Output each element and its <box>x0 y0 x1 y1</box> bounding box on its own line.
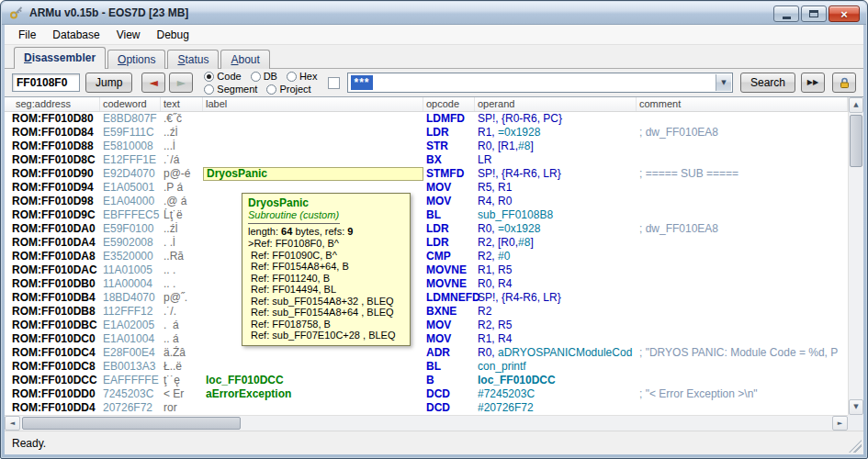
disasm-row[interactable]: ROM:FF010D88E5810008...ĺSTRR0, [R1,#8] <box>5 140 848 153</box>
address-input[interactable]: FF0108F0 <box>12 73 80 92</box>
minimize-button[interactable] <box>773 6 799 22</box>
disasm-row[interactable]: ROM:FF010DD420726F72ror DCD#20726F72 <box>5 401 848 415</box>
scroll-left-button[interactable]: ◄ <box>5 416 20 431</box>
operand-part: R5, R1 <box>478 181 512 194</box>
radio-hex[interactable]: Hex <box>287 71 318 82</box>
codeword-cell: 7245203C <box>100 387 161 401</box>
disasm-row[interactable]: ROM:FF010D8CE12FFF1E.˙/áBXLR <box>5 153 848 167</box>
tab-options[interactable]: Options <box>107 50 165 69</box>
column-header-codeword[interactable]: codeword <box>100 97 161 111</box>
disasm-row[interactable]: ROM:FF010DBCE1A02005. áMOVR2, R5 <box>5 319 848 332</box>
menu-item-file[interactable]: File <box>10 27 44 43</box>
disasm-row[interactable]: ROM:FF010DCCEAFFFFFEţ˙˙ęloc_FF010DCCBloc… <box>5 374 848 387</box>
disasm-row[interactable]: ROM:FF010D9CEBFFFEC5Ĺţ˙ëBLsub_FF0108B8 <box>5 208 848 222</box>
radio-code[interactable]: Code <box>204 71 241 82</box>
disasm-row[interactable]: ROM:FF010DB011A00004.. .MOVNER0, R4 <box>5 277 848 291</box>
radio-circle <box>204 72 214 82</box>
disasm-row[interactable]: ROM:FF010DA4E5902008. .ĺLDRR2, [R0,#8] <box>5 236 848 250</box>
comment-cell <box>637 140 848 153</box>
minimize-icon <box>783 17 791 19</box>
forward-button[interactable]: ► <box>169 73 193 93</box>
label-cell <box>203 140 423 153</box>
vertical-scroll-thumb[interactable] <box>850 115 862 167</box>
search-next-button[interactable]: ▶▶ <box>801 73 825 93</box>
operand-cell: loc_FF010DCC <box>475 374 637 387</box>
search-checkbox[interactable] <box>328 77 340 89</box>
disasm-row[interactable]: ROM:FF010DD07245203C< EraErrorExceptionD… <box>5 387 848 401</box>
column-header-opcode[interactable]: opcode <box>423 97 475 111</box>
codeword-cell: E12FFF1E <box>100 153 161 167</box>
radio-db[interactable]: DB <box>251 71 277 82</box>
titlebar[interactable]: ARMu v0.15b - EOS7D [23 MB] × <box>2 2 866 25</box>
radio-project[interactable]: Project <box>266 84 310 95</box>
disasm-row[interactable]: ROM:FF010D94E1A05001.P áMOVR5, R1 <box>5 181 848 195</box>
comment-cell <box>637 250 848 263</box>
tab-label: ptions <box>126 53 155 66</box>
codeword-cell: 20726F72 <box>100 401 161 415</box>
menu-item-database[interactable]: Database <box>44 27 107 43</box>
column-header-comment[interactable]: comment <box>637 97 848 111</box>
operand-cell: SP!, {R4-R6, LR} <box>475 291 637 305</box>
disassembly-panel: seg:addresscodewordtextlabelopcodeoperan… <box>5 96 863 431</box>
disasm-row[interactable]: ROM:FF010DC4E28F00E4ä.ŹâADRR0, aDRYOSPAN… <box>5 346 848 360</box>
codeword-cell: EAFFFFFE <box>100 374 161 387</box>
disasm-row[interactable]: ROM:FF010D80E8BD807F.€˝čLDMFDSP!, {R0-R6… <box>5 112 848 126</box>
search-button[interactable]: Search <box>740 73 795 93</box>
resize-grip[interactable] <box>849 440 862 453</box>
radio-row-2: SegmentProject <box>204 84 317 95</box>
disasm-row[interactable]: ROM:FF010DC8EB0013A3Ł..ëBLcon_printf <box>5 360 848 374</box>
disasm-row[interactable]: ROM:FF010D84E59F111C..źĺLDRR1, =0x1928; … <box>5 126 848 140</box>
jump-button[interactable]: Jump <box>85 73 132 93</box>
close-icon: × <box>840 8 848 20</box>
lock-button[interactable] <box>832 73 856 93</box>
menu-item-view[interactable]: View <box>108 27 149 43</box>
horizontal-scroll-thumb[interactable] <box>22 417 241 430</box>
column-header-segaddress[interactable]: seg:address <box>5 97 100 111</box>
disasm-row[interactable]: ROM:FF010DB8112FFF12.˙/.BXNER2 <box>5 305 848 319</box>
status-bar: Ready. <box>5 431 863 454</box>
combo-dropdown-button[interactable]: ▼ <box>716 74 731 91</box>
comment-cell <box>637 153 848 167</box>
disasm-row[interactable]: ROM:FF010DB418BD4070p@˝.LDMNEFDSP!, {R4-… <box>5 291 848 305</box>
app-key-icon[interactable] <box>9 6 24 20</box>
radio-circle <box>266 84 276 95</box>
column-header-text[interactable]: text <box>161 97 203 111</box>
vertical-scrollbar[interactable]: ▲ ▼ <box>848 97 863 415</box>
menu-item-debug[interactable]: Debug <box>149 27 197 43</box>
radio-segment[interactable]: Segment <box>204 84 257 95</box>
back-button[interactable]: ◄ <box>141 73 165 93</box>
scroll-up-button[interactable]: ▲ <box>849 97 863 113</box>
column-header-operand[interactable]: operand <box>475 97 637 111</box>
disasm-row[interactable]: ROM:FF010D98E1A04000.@ áMOVR4, R0 <box>5 195 848 208</box>
horizontal-scrollbar[interactable]: ◄ ► <box>5 415 848 431</box>
opcode-cell: BL <box>423 208 475 222</box>
scroll-down-button[interactable]: ▼ <box>849 399 863 415</box>
dropdown-arrow-icon: ▼ <box>721 80 726 86</box>
disasm-row[interactable]: ROM:FF010DAC11A01005.. .MOVNER1, R5 <box>5 263 848 277</box>
comment-cell <box>637 360 848 374</box>
scroll-right-button[interactable]: ► <box>832 416 848 431</box>
operand-part: R1, R4 <box>478 332 512 345</box>
disasm-row[interactable]: ROM:FF010DA8E3520000..RăCMPR2, #0 <box>5 250 848 263</box>
disasm-row[interactable]: ROM:FF010DC0E1A01004.. áMOVR1, R4 <box>5 332 848 346</box>
text-cell: Ĺţ˙ë <box>161 208 203 222</box>
opcode-cell: CMP <box>423 250 475 263</box>
column-header-label[interactable]: label <box>203 97 423 111</box>
operand-part: con_printf <box>478 360 526 373</box>
close-button[interactable]: × <box>829 6 860 22</box>
tab-about[interactable]: About <box>220 50 269 69</box>
tab-disassembler[interactable]: Disassembler <box>14 47 106 69</box>
opcode-cell: MOVNE <box>423 263 475 277</box>
tab-status[interactable]: Status <box>167 50 219 69</box>
operand-cell: sub_FF0108B8 <box>475 208 637 222</box>
opcode-cell: BL <box>423 360 475 374</box>
opcode-cell: ADR <box>423 346 475 360</box>
disasm-row[interactable]: ROM:FF010D90E92D4070p@-éDryosPanicSTMFDS… <box>5 167 848 181</box>
disasm-row[interactable]: ROM:FF010DA0E59F0100..źĺLDRR0, =0x1928; … <box>5 222 848 236</box>
operand-part: #20726F72 <box>478 401 534 414</box>
tooltip-ref: Ref: sub_FF07E10C+28 , BLEQ <box>248 330 404 341</box>
search-combobox[interactable]: *** ▼ <box>347 73 732 93</box>
comment-cell <box>637 305 848 319</box>
maximize-button[interactable] <box>801 6 827 22</box>
comment-cell <box>637 332 848 346</box>
